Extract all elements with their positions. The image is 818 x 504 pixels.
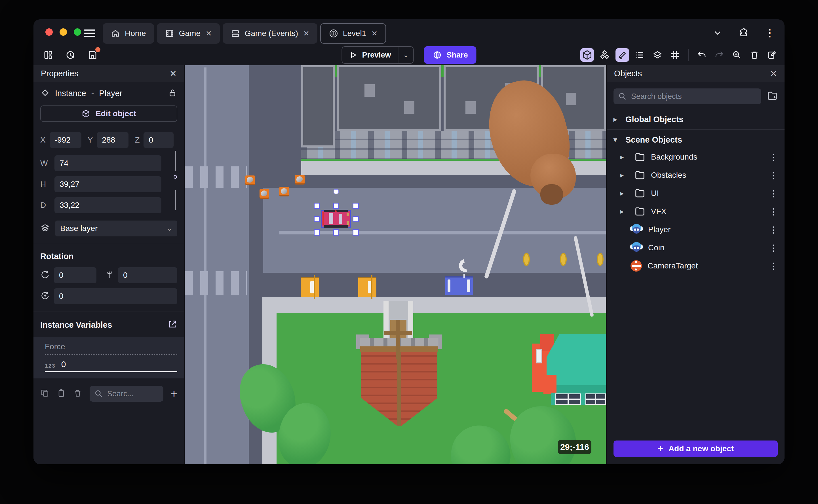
zoom-in-icon[interactable]: [730, 48, 744, 62]
delete-variable-icon[interactable]: [73, 389, 82, 399]
minimize-window-button[interactable]: [60, 28, 67, 36]
resize-handle[interactable]: [314, 203, 320, 209]
resize-handle[interactable]: [314, 216, 320, 222]
tab-close-icon[interactable]: ✕: [371, 29, 377, 38]
caret-right-icon: ▸: [620, 189, 629, 197]
rename-scene-icon[interactable]: [765, 48, 779, 62]
paste-icon[interactable]: [57, 389, 66, 399]
resize-handle[interactable]: [333, 229, 339, 236]
close-window-button[interactable]: [45, 28, 53, 36]
zoom-window-button[interactable]: [74, 28, 81, 36]
link-dimensions-icon[interactable]: [172, 151, 179, 210]
objects-search-input[interactable]: [614, 88, 761, 104]
h-field[interactable]: 39,27: [54, 176, 161, 192]
variable-row-force[interactable]: Force 123 0: [33, 337, 184, 378]
instance-object-name: Player: [99, 89, 162, 98]
resize-handle[interactable]: [352, 229, 359, 236]
y-field[interactable]: 288: [97, 132, 128, 148]
item-menu-icon[interactable]: ⋮: [769, 152, 778, 162]
caret-right-icon: ▸: [620, 153, 629, 161]
variable-value[interactable]: 0: [61, 359, 66, 369]
more-menu-icon[interactable]: ⋮: [765, 28, 775, 38]
object-list-icon[interactable]: [633, 48, 647, 62]
save-icon[interactable]: [86, 48, 99, 62]
tab-close-icon[interactable]: ✕: [206, 29, 212, 38]
history-icon[interactable]: [64, 48, 77, 62]
layers-icon[interactable]: [651, 48, 664, 62]
extensions-puzzle-icon[interactable]: [739, 28, 749, 38]
undo-icon[interactable]: [695, 48, 709, 62]
monkey-icon: [631, 224, 643, 235]
chevron-down-icon[interactable]: [713, 28, 723, 38]
item-menu-icon[interactable]: ⋮: [769, 225, 778, 235]
resize-handle[interactable]: [333, 203, 339, 209]
rotation-handle[interactable]: [333, 189, 339, 194]
copy-icon[interactable]: [40, 389, 49, 399]
group-label: Scene Objects: [625, 135, 682, 145]
solar-panel: [555, 393, 581, 405]
share-button[interactable]: Share: [424, 46, 477, 64]
object-label: Backgrounds: [651, 153, 764, 162]
group-global-objects[interactable]: ▸ Global Objects: [607, 111, 785, 128]
yellow-car: [358, 277, 376, 297]
variable-name: Force: [45, 342, 65, 351]
tab-level1[interactable]: Level1 ✕: [320, 23, 386, 44]
autumn-tree-shadow: [540, 184, 563, 205]
layout-panels-icon[interactable]: [41, 48, 55, 62]
preview-dropdown-chevron-icon[interactable]: ⌄: [398, 51, 413, 59]
item-menu-icon[interactable]: ⋮: [769, 207, 778, 217]
instances-cubes-icon[interactable]: [598, 48, 612, 62]
scene-canvas[interactable]: 29;-116: [185, 65, 606, 464]
rotation-x-field[interactable]: 0: [54, 267, 96, 283]
tab-label: Game: [179, 29, 200, 38]
resize-handle[interactable]: [314, 229, 320, 236]
add-new-object-button[interactable]: + Add a new object: [614, 441, 778, 457]
objects-close-icon[interactable]: ✕: [770, 69, 777, 79]
layer-select[interactable]: Base layer ⌄: [55, 221, 177, 236]
item-menu-icon[interactable]: ⋮: [769, 243, 778, 253]
w-field[interactable]: 74: [54, 155, 161, 171]
view-3d-cube-icon[interactable]: [580, 48, 594, 62]
add-folder-icon[interactable]: [767, 90, 778, 102]
preview-button[interactable]: Preview ⌄: [341, 46, 414, 64]
selected-player-instance[interactable]: [322, 211, 350, 226]
object-label: VFX: [651, 207, 764, 216]
item-menu-icon[interactable]: ⋮: [769, 189, 778, 198]
grid-icon[interactable]: [668, 48, 682, 62]
redo-icon[interactable]: [713, 48, 726, 62]
folder-icon: [635, 170, 645, 181]
tab-home[interactable]: Home: [103, 23, 154, 44]
edit-object-button[interactable]: Edit object: [40, 105, 177, 122]
resize-handle[interactable]: [352, 216, 359, 222]
object-item-coin[interactable]: Coin ⋮: [607, 239, 785, 257]
tree-branch-curl: [457, 257, 475, 275]
edit-pencil-icon[interactable]: [616, 48, 629, 62]
unlock-icon[interactable]: [168, 88, 177, 99]
tab-close-icon[interactable]: ✕: [303, 29, 309, 38]
group-scene-objects[interactable]: ▾ Scene Objects: [607, 132, 785, 148]
rotation-y-field[interactable]: 0: [118, 267, 177, 283]
tab-game[interactable]: Game ✕: [157, 23, 220, 44]
object-item-obstacles[interactable]: ▸ Obstacles ⋮: [607, 166, 785, 184]
trash-icon[interactable]: [748, 48, 761, 62]
resize-handle[interactable]: [352, 203, 359, 209]
objects-search: [614, 88, 761, 104]
object-item-player[interactable]: Player ⋮: [607, 221, 785, 239]
rotation-z-field[interactable]: 0: [54, 288, 177, 304]
object-item-backgrounds[interactable]: ▸ Backgrounds ⋮: [607, 148, 785, 166]
item-menu-icon[interactable]: ⋮: [769, 170, 778, 180]
x-field[interactable]: -992: [50, 132, 81, 148]
menu-hamburger-icon[interactable]: [84, 29, 95, 37]
z-field[interactable]: 0: [143, 132, 174, 148]
object-item-cameratarget[interactable]: CameraTarget ⋮: [607, 257, 785, 275]
tab-game-events[interactable]: Game (Events) ✕: [223, 23, 317, 44]
object-item-vfx[interactable]: ▸ VFX ⋮: [607, 202, 785, 221]
object-item-ui[interactable]: ▸ UI ⋮: [607, 184, 785, 202]
add-variable-icon[interactable]: +: [171, 387, 177, 400]
pickup-box: [245, 175, 255, 185]
properties-close-icon[interactable]: ✕: [170, 69, 177, 79]
open-variables-external-icon[interactable]: [168, 319, 177, 330]
d-field[interactable]: 33,22: [54, 197, 161, 213]
edit-object-label: Edit object: [96, 109, 136, 118]
item-menu-icon[interactable]: ⋮: [769, 261, 778, 271]
